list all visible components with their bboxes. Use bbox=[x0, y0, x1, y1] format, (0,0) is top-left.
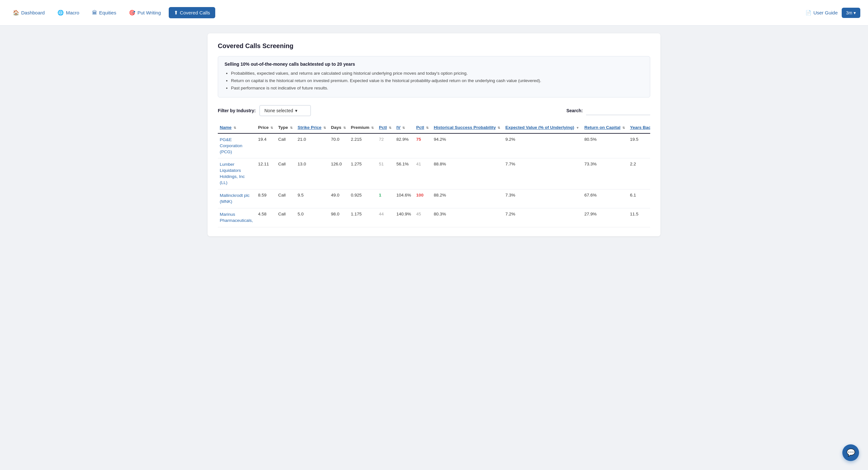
table-wrapper: Name ⇅ Price ⇅ Type ⇅ Strike Price bbox=[218, 122, 650, 227]
td-hist-success: 94.2% bbox=[432, 133, 503, 158]
table-row: Lumber Liquidators Holdings, Inc (LL) 12… bbox=[218, 158, 650, 190]
info-box: Selling 10% out-of-the-money calls backt… bbox=[218, 56, 650, 97]
stock-name-link[interactable]: Mallinckrodt plc (MNK) bbox=[220, 193, 250, 204]
stock-name-link[interactable]: Marinus Pharmaceuticals, bbox=[220, 212, 253, 223]
td-pctl2: 45 bbox=[414, 208, 432, 227]
table-row: Marinus Pharmaceuticals, 4.58 Call 5.0 9… bbox=[218, 208, 650, 227]
td-pctl1: 1 bbox=[377, 190, 395, 208]
industry-filter-value: None selected bbox=[264, 108, 293, 113]
nav-macro[interactable]: 🌐 Macro bbox=[52, 7, 84, 18]
td-iv: 56.1% bbox=[395, 158, 414, 190]
td-years: 6.1 bbox=[628, 190, 650, 208]
col-type-label: Type bbox=[278, 125, 288, 130]
td-type: Call bbox=[276, 158, 296, 190]
td-iv: 104.6% bbox=[395, 190, 414, 208]
bullet-1: Probabilities, expected values, and retu… bbox=[231, 70, 644, 77]
col-years-label[interactable]: Years Backtested bbox=[630, 125, 650, 130]
period-label: 3m bbox=[846, 10, 852, 15]
td-years: 11.5 bbox=[628, 208, 650, 227]
col-name-label[interactable]: Name bbox=[220, 125, 231, 130]
td-expected-value: 9.2% bbox=[503, 133, 582, 158]
col-iv-label[interactable]: IV bbox=[397, 125, 401, 130]
td-expected-value: 7.7% bbox=[503, 158, 582, 190]
col-return-capital: Return on Capital ⇅ bbox=[583, 122, 628, 133]
stock-name-link[interactable]: PG&E Corporation (PCG) bbox=[220, 137, 243, 154]
col-expected-value-label[interactable]: Expected Value (% of Underlying) bbox=[505, 125, 574, 130]
col-pctl2-label[interactable]: Pctl bbox=[416, 125, 424, 130]
col-type: Type ⇅ bbox=[276, 122, 296, 133]
stock-name-link[interactable]: Lumber Liquidators Holdings, Inc (LL) bbox=[220, 162, 245, 185]
col-premium-sort: ⇅ bbox=[371, 126, 374, 130]
pctl2-value: 75 bbox=[416, 137, 421, 142]
col-pctl1-label[interactable]: Pctl bbox=[379, 125, 387, 130]
col-return-capital-sort: ⇅ bbox=[622, 126, 625, 130]
col-pctl2: Pctl ⇅ bbox=[414, 122, 432, 133]
nav-right: 📄 User Guide 3m ▾ bbox=[805, 8, 860, 18]
col-pctl1: Pctl ⇅ bbox=[377, 122, 395, 133]
td-days: 98.0 bbox=[329, 208, 349, 227]
dropdown-arrow-icon: ▾ bbox=[295, 108, 297, 113]
user-guide-icon: 📄 bbox=[805, 10, 811, 16]
col-price-sort: ⇅ bbox=[271, 126, 273, 130]
col-hist-success: Historical Success Probability ⇅ bbox=[432, 122, 503, 133]
pctl2-value: 45 bbox=[416, 211, 421, 216]
nav-put-writing-label: Put Writing bbox=[137, 10, 161, 15]
td-price: 4.58 bbox=[256, 208, 277, 227]
col-premium: Premium ⇅ bbox=[349, 122, 377, 133]
td-name: Lumber Liquidators Holdings, Inc (LL) bbox=[218, 158, 256, 190]
user-guide-label: User Guide bbox=[813, 10, 838, 15]
td-return-capital: 73.3% bbox=[583, 158, 628, 190]
equities-icon: 🏛 bbox=[92, 10, 97, 16]
td-pctl2: 75 bbox=[414, 133, 432, 158]
col-days-label: Days bbox=[331, 125, 341, 130]
dashboard-icon: 🏠 bbox=[13, 10, 19, 16]
td-hist-success: 88.8% bbox=[432, 158, 503, 190]
td-iv: 82.9% bbox=[395, 133, 414, 158]
user-guide-link[interactable]: 📄 User Guide bbox=[805, 10, 838, 16]
macro-icon: 🌐 bbox=[57, 10, 64, 16]
nav-equities[interactable]: 🏛 Equities bbox=[87, 7, 121, 18]
nav-put-writing[interactable]: 🎯 Put Writing bbox=[124, 7, 166, 18]
screening-table: Name ⇅ Price ⇅ Type ⇅ Strike Price bbox=[218, 122, 650, 227]
td-premium: 1.175 bbox=[349, 208, 377, 227]
nav-dashboard-label: Dashboard bbox=[21, 10, 44, 15]
col-pctl2-sort: ⇅ bbox=[426, 126, 429, 130]
col-hist-success-label[interactable]: Historical Success Probability bbox=[434, 125, 496, 130]
nav-equities-label: Equities bbox=[99, 10, 116, 15]
col-strike-sort: ⇅ bbox=[323, 126, 326, 130]
info-bullets: Probabilities, expected values, and retu… bbox=[224, 70, 644, 92]
td-price: 12.11 bbox=[256, 158, 277, 190]
col-name-sort: ⇅ bbox=[234, 126, 236, 130]
td-type: Call bbox=[276, 133, 296, 158]
td-pctl1: 51 bbox=[377, 158, 395, 190]
col-days: Days ⇅ bbox=[329, 122, 349, 133]
col-strike-price: Strike Price ⇅ bbox=[296, 122, 329, 133]
industry-filter-dropdown[interactable]: None selected ▾ bbox=[259, 105, 311, 116]
pctl1-value: 44 bbox=[379, 211, 384, 216]
td-name: Mallinckrodt plc (MNK) bbox=[218, 190, 256, 208]
col-expected-value-sort: ▼ bbox=[576, 126, 579, 130]
nav-dashboard[interactable]: 🏠 Dashboard bbox=[8, 7, 50, 18]
nav-covered-calls[interactable]: ⬆ Covered Calls bbox=[169, 7, 215, 18]
col-premium-label: Premium bbox=[351, 125, 370, 130]
bullet-2: Return on capital is the historical retu… bbox=[231, 77, 644, 85]
bullet-3: Past performance is not indicative of fu… bbox=[231, 85, 644, 92]
filter-left: Filter by Industry: None selected ▾ bbox=[218, 105, 311, 116]
col-price-label: Price bbox=[258, 125, 269, 130]
search-input[interactable] bbox=[586, 106, 650, 115]
td-days: 70.0 bbox=[329, 133, 349, 158]
col-days-sort: ⇅ bbox=[343, 126, 346, 130]
col-return-capital-label[interactable]: Return on Capital bbox=[584, 125, 621, 130]
pctl1-value: 72 bbox=[379, 137, 384, 142]
td-name: PG&E Corporation (PCG) bbox=[218, 133, 256, 158]
col-iv-sort: ⇅ bbox=[402, 126, 405, 130]
td-return-capital: 67.6% bbox=[583, 190, 628, 208]
td-hist-success: 80.3% bbox=[432, 208, 503, 227]
col-name: Name ⇅ bbox=[218, 122, 256, 133]
col-strike-price-label[interactable]: Strike Price bbox=[298, 125, 321, 130]
td-return-capital: 27.9% bbox=[583, 208, 628, 227]
td-type: Call bbox=[276, 208, 296, 227]
td-pctl2: 100 bbox=[414, 190, 432, 208]
period-selector[interactable]: 3m ▾ bbox=[842, 8, 860, 18]
info-title: Selling 10% out-of-the-money calls backt… bbox=[224, 62, 644, 67]
